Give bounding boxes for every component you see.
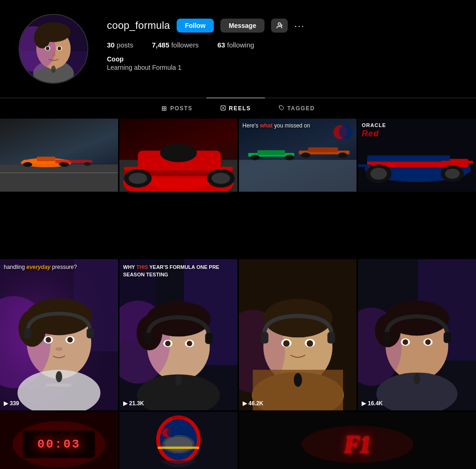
svg-rect-95 (205, 333, 212, 344)
following-stat[interactable]: 63 following (218, 41, 254, 49)
svg-point-110 (293, 373, 302, 387)
username: coop_formula (107, 20, 170, 32)
svg-point-97 (175, 375, 182, 386)
svg-point-124 (414, 374, 420, 385)
svg-point-28 (23, 162, 33, 167)
svg-rect-109 (327, 332, 335, 344)
svg-point-11 (58, 47, 61, 50)
svg-rect-45 (239, 160, 357, 192)
svg-point-133 (165, 437, 192, 452)
svg-point-44 (212, 173, 230, 184)
add-user-button[interactable] (271, 19, 288, 33)
svg-point-77 (55, 348, 63, 351)
svg-point-55 (339, 125, 353, 139)
tab-posts-label: POSTS (170, 105, 192, 112)
posts-stat: 30 posts (107, 41, 133, 49)
svg-rect-121 (383, 332, 390, 343)
svg-point-93 (186, 341, 192, 347)
list-item[interactable] (119, 412, 238, 469)
follow-button[interactable]: Follow (177, 19, 214, 33)
svg-rect-122 (444, 332, 451, 343)
svg-rect-30 (37, 157, 55, 161)
list-item[interactable]: Here's what you missed on (239, 119, 357, 258)
tab-reels-label: REELS (229, 105, 251, 112)
svg-point-32 (59, 162, 66, 166)
bio-name: Coop (107, 55, 457, 63)
list-item[interactable]: ORACLE Red (358, 119, 476, 258)
svg-rect-65 (358, 164, 372, 167)
svg-point-17 (223, 107, 224, 109)
message-button[interactable]: Message (220, 19, 264, 33)
list-item[interactable]: F1 (239, 412, 476, 469)
svg-rect-78 (24, 328, 32, 339)
svg-point-43 (129, 173, 147, 184)
svg-point-92 (165, 341, 171, 347)
list-item[interactable]: ▶ 46.2K (239, 259, 357, 410)
cars-row: Here's what you missed on (0, 119, 476, 258)
list-item[interactable] (119, 119, 238, 258)
svg-point-106 (283, 341, 290, 347)
svg-rect-79 (86, 328, 94, 339)
svg-point-7 (34, 27, 50, 48)
svg-point-82 (56, 371, 62, 382)
avatar (19, 14, 88, 84)
svg-rect-94 (144, 333, 152, 344)
svg-point-13 (278, 23, 281, 25)
svg-point-20 (222, 109, 223, 110)
tab-tagged-label: TAGGED (287, 105, 315, 112)
svg-rect-49 (257, 150, 284, 155)
svg-rect-136 (172, 416, 185, 419)
svg-rect-137 (158, 447, 199, 449)
list-item[interactable]: 00:03 (0, 412, 118, 469)
svg-point-119 (403, 340, 408, 345)
reels-icon (220, 105, 226, 112)
svg-point-107 (306, 341, 313, 347)
svg-point-51 (301, 153, 310, 158)
svg-point-61 (445, 168, 460, 179)
tab-posts[interactable]: ⊞ POSTS (147, 98, 207, 119)
tab-tagged[interactable]: TAGGED (265, 98, 329, 119)
svg-point-19 (225, 106, 225, 107)
svg-rect-108 (260, 332, 268, 344)
svg-point-135 (167, 428, 176, 437)
list-item[interactable]: handling everyday pressure? ▶ 339 (0, 259, 118, 410)
tabs-row: ⊞ POSTS REELS TAGGED (0, 98, 476, 119)
tab-reels[interactable]: REELS (206, 98, 265, 119)
svg-point-18 (222, 106, 223, 107)
svg-point-40 (160, 144, 197, 162)
list-item[interactable]: WHY THIS YEAR'S FORMULA ONE PRE SEASON T… (119, 259, 238, 410)
profile-header: coop_formula Follow Message ··· 30 posts… (0, 0, 476, 93)
svg-point-21 (225, 109, 225, 110)
svg-point-48 (285, 155, 294, 161)
list-item[interactable] (0, 119, 118, 258)
svg-point-33 (84, 162, 91, 166)
svg-point-12 (51, 66, 56, 73)
tagged-icon (279, 105, 284, 112)
mid-row: 00:03 (0, 412, 476, 469)
bio-text: Learning about Formula 1 (107, 64, 457, 71)
svg-point-75 (46, 337, 51, 343)
svg-point-120 (425, 340, 431, 345)
more-options-button[interactable]: ··· (294, 20, 305, 31)
stats-row: 30 posts 7,485 followers 63 following (107, 41, 457, 49)
list-item[interactable]: ▶ 16.4K (358, 259, 476, 410)
svg-point-47 (250, 155, 259, 161)
profile-info: coop_formula Follow Message ··· 30 posts… (107, 14, 457, 71)
svg-point-63 (370, 168, 387, 180)
svg-rect-64 (441, 161, 473, 164)
content-grid: Here's what you missed on (0, 119, 476, 469)
svg-point-52 (338, 153, 347, 158)
profile-top-row: coop_formula Follow Message ··· (107, 19, 457, 33)
followers-stat[interactable]: 7,485 followers (152, 41, 199, 49)
svg-point-10 (46, 47, 49, 50)
svg-point-76 (67, 337, 73, 343)
svg-rect-53 (308, 147, 337, 152)
svg-rect-81 (46, 384, 72, 387)
posts-icon: ⊞ (161, 105, 168, 112)
svg-rect-59 (367, 155, 450, 162)
reels-top-row: handling everyday pressure? ▶ 339 (0, 259, 476, 410)
svg-rect-23 (0, 164, 118, 192)
